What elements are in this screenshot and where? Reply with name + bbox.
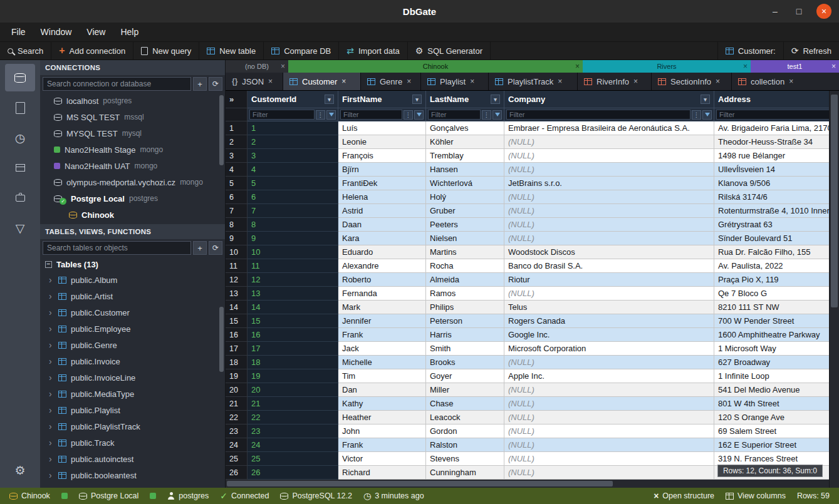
cell-lastname[interactable]: Hansen [426,163,504,177]
cell-address[interactable]: Klanova 9/506 [714,177,829,190]
filter-menu-icon[interactable] [316,110,325,120]
cell-address[interactable]: Praça Pio X, 119 [714,273,829,287]
cell-customerid[interactable]: 1 [248,121,338,135]
cell-company[interactable]: (NULL) [504,424,714,438]
column-header-company[interactable]: Company [504,91,714,108]
statusbar-green-dot-icon[interactable] [56,493,73,499]
add-connection-plus-button[interactable] [193,77,207,91]
row-number[interactable]: 5 [226,177,248,190]
row-number[interactable]: 11 [226,259,248,273]
cell-customerid[interactable]: 6 [248,190,338,204]
cell-customerid[interactable]: 15 [248,314,338,328]
filter-input-firstname[interactable] [340,110,402,120]
cell-customerid[interactable]: 22 [248,411,338,424]
connection-item-postgre-local[interactable]: Postgre Localpostgres [40,190,225,207]
statusbar-connected[interactable]: ✓Connected [214,491,274,500]
toolbar-add-connection-button[interactable]: +Add connection [51,42,133,59]
cell-customerid[interactable]: 12 [248,273,338,287]
statusbar-postgre-local[interactable]: Postgre Local [73,491,144,500]
cell-customerid[interactable]: 21 [248,397,338,411]
cell-firstname[interactable]: Kara [338,232,426,245]
table-item-public-customer[interactable]: public.Customer [40,304,225,321]
cell-firstname[interactable]: Fernanda [338,287,426,301]
tab-json[interactable]: {}JSON [226,73,283,90]
cell-address[interactable]: 1 Infinite Loop [714,369,829,383]
column-dropdown-icon[interactable] [701,95,710,104]
row-number[interactable]: 7 [226,204,248,218]
cell-firstname[interactable]: Heather [338,411,426,424]
cell-lastname[interactable]: Köhler [426,135,504,149]
cell-customerid[interactable]: 17 [248,342,338,356]
table-item-public-genre[interactable]: public.Genre [40,337,225,353]
cell-firstname[interactable]: Leonie [338,135,426,149]
collapse-icon[interactable] [45,261,52,268]
close-tab-icon[interactable] [407,77,411,86]
cell-lastname[interactable]: Wichterlová [426,177,504,190]
close-tab-icon[interactable] [470,77,474,86]
toolbar-new-query-button[interactable]: New query [133,42,199,59]
table-item-public-playlist[interactable]: public.Playlist [40,402,225,418]
cell-address[interactable]: 120 S Orange Ave [714,411,829,424]
cell-company[interactable]: Riotur [504,273,714,287]
statusbar-green-dot-icon[interactable] [144,493,162,499]
row-number[interactable]: 21 [226,397,248,411]
activitybar-filter-icon[interactable]: ▽ [5,214,35,242]
row-number[interactable]: 3 [226,149,248,163]
row-number[interactable]: 4 [226,163,248,177]
filter-funnel-icon[interactable] [414,110,424,120]
db-tab-test1[interactable]: test1 [751,60,839,73]
row-number[interactable]: 24 [226,438,248,452]
table-item-public-autoinctest[interactable]: public.autoinctest [40,451,225,467]
activitybar-history-icon[interactable]: ◷ [5,124,35,152]
filter-menu-icon[interactable] [404,110,413,120]
cell-lastname[interactable]: Ramos [426,287,504,301]
cell-company[interactable]: (NULL) [504,218,714,232]
cell-customerid[interactable]: 24 [248,438,338,452]
refresh-connections-button[interactable] [209,77,222,91]
statusbar-postgres[interactable]: postgres [162,491,214,500]
column-header-firstname[interactable]: FirstName [338,91,426,108]
cell-customerid[interactable]: 9 [248,232,338,245]
close-tab-icon[interactable] [281,62,285,71]
cell-company[interactable]: (NULL) [504,452,714,466]
row-number[interactable]: 9 [226,232,248,245]
tab-customer[interactable]: Customer [283,73,361,90]
cell-address[interactable]: Av. Brigadeiro Faria Lima, 2170 [714,121,829,135]
menu-file[interactable]: File [5,24,32,39]
cell-company[interactable]: Apple Inc. [504,369,714,383]
cell-address[interactable]: 1 Microsoft Way [714,342,829,356]
cell-company[interactable]: (NULL) [504,356,714,369]
table-item-public-artist[interactable]: public.Artist [40,288,225,304]
cell-address[interactable]: 627 Broadway [714,356,829,369]
cell-firstname[interactable]: Helena [338,190,426,204]
cell-lastname[interactable]: Gordon [426,424,504,438]
tab-playlisttrack[interactable]: PlaylistTrack [489,73,578,90]
cell-firstname[interactable]: FrantiĐek [338,177,426,190]
cell-lastname[interactable]: Brooks [426,356,504,369]
close-tab-icon[interactable] [558,77,562,86]
cell-company[interactable]: Embraer - Empresa Brasileira de Aeronáut… [504,121,714,135]
row-number[interactable]: 22 [226,411,248,424]
cell-lastname[interactable]: Rocha [426,259,504,273]
cell-customerid[interactable]: 4 [248,163,338,177]
menu-window[interactable]: Window [34,24,78,39]
cell-address[interactable]: 162 E Superior Street [714,438,829,452]
row-number[interactable]: 25 [226,452,248,466]
cell-customerid[interactable]: 11 [248,259,338,273]
tables-group-row[interactable]: Tables (13) [40,257,225,272]
cell-address[interactable]: 1600 Amphitheatre Parkway [714,328,829,342]
cell-firstname[interactable]: Eduardo [338,245,426,259]
add-table-plus-button[interactable] [193,241,207,255]
cell-company[interactable]: JetBrains s.r.o. [504,177,714,190]
close-tab-icon[interactable] [575,62,580,71]
row-number[interactable]: 1 [226,121,248,135]
cell-lastname[interactable]: Cunningham [426,466,504,480]
activitybar-archive-icon[interactable] [5,154,35,182]
cell-lastname[interactable]: Nielsen [426,232,504,245]
tab-riverinfo[interactable]: RiverInfo [578,73,652,90]
cell-company[interactable]: (NULL) [504,163,714,177]
row-number[interactable]: 8 [226,218,248,232]
cell-address[interactable]: Av. Paulista, 2022 [714,259,829,273]
cell-address[interactable]: 801 W 4th Street [714,397,829,411]
tab-genre[interactable]: Genre [361,73,421,90]
